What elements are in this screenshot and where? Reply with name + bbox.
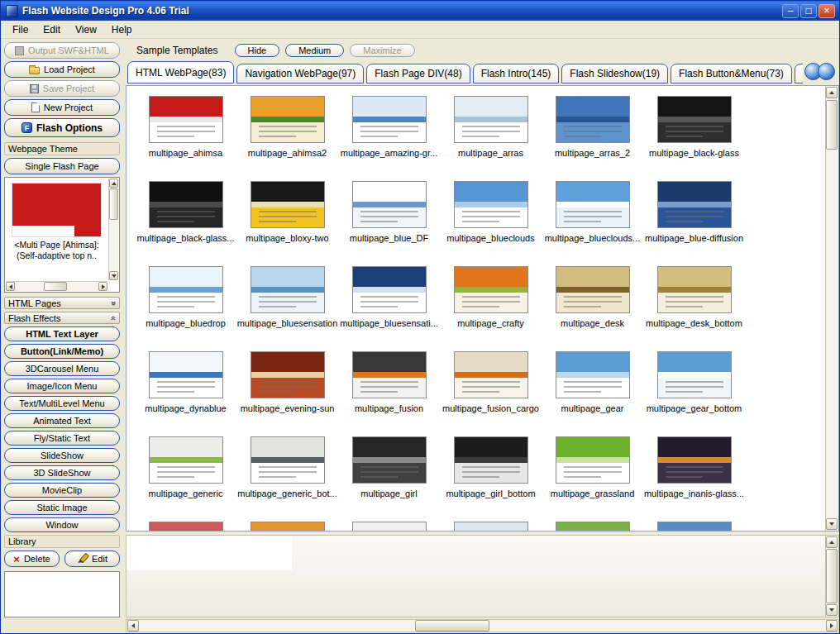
- template-item[interactable]: multipage_girl_bottom: [440, 427, 542, 512]
- template-item[interactable]: multipage_arras_2: [542, 86, 643, 171]
- scroll-down-arrow[interactable]: [826, 604, 838, 616]
- edit-button[interactable]: Edit: [64, 551, 120, 567]
- theme-preview-image[interactable]: [12, 183, 102, 237]
- template-item[interactable]: multipage_ahimsa2: [236, 86, 338, 171]
- template-item[interactable]: multipage_bluesensation: [236, 256, 338, 341]
- template-thumbnail[interactable]: [657, 351, 732, 398]
- template-thumbnail[interactable]: [556, 181, 630, 228]
- flash-options-button[interactable]: Flash Options: [4, 118, 120, 137]
- new-project-button[interactable]: New Project: [4, 99, 120, 116]
- canvas-horizontal-scrollbar[interactable]: [126, 619, 839, 632]
- template-item[interactable]: multipage_generic: [135, 427, 236, 512]
- medium-button[interactable]: Medium: [285, 44, 344, 57]
- scroll-up-arrow[interactable]: [109, 179, 118, 188]
- effect-button[interactable]: Fly/Static Text: [4, 431, 120, 446]
- scrollbar-thumb[interactable]: [415, 620, 489, 632]
- menu-item[interactable]: View: [68, 21, 104, 38]
- template-item-partial[interactable]: [643, 512, 745, 532]
- template-thumbnail[interactable]: [149, 436, 223, 484]
- template-item[interactable]: multipage_desk: [542, 256, 643, 341]
- effect-button[interactable]: MovieClip: [4, 483, 120, 498]
- template-item[interactable]: multipage_bloxy-two: [236, 171, 338, 256]
- scroll-left-arrow[interactable]: [6, 282, 15, 291]
- template-thumbnail[interactable]: [352, 181, 427, 228]
- scrollbar-thumb[interactable]: [109, 188, 118, 220]
- template-item[interactable]: multipage_blueclouds: [440, 171, 542, 256]
- template-item-partial[interactable]: [338, 512, 440, 532]
- template-tab[interactable]: Flash Slideshow(19): [561, 64, 668, 83]
- scroll-down-arrow[interactable]: [826, 518, 838, 530]
- theme-horizontal-scrollbar[interactable]: [6, 281, 107, 291]
- scroll-up-arrow[interactable]: [826, 536, 838, 548]
- output-swf-html-button[interactable]: Output SWF&HTML: [4, 42, 120, 59]
- template-thumbnail[interactable]: [251, 436, 325, 484]
- template-thumbnail[interactable]: [251, 351, 325, 398]
- template-thumbnail[interactable]: [454, 522, 528, 532]
- template-item-partial[interactable]: [440, 512, 542, 532]
- template-thumbnail[interactable]: [149, 266, 223, 313]
- template-item[interactable]: multipage_evening-sun: [236, 341, 338, 427]
- template-tab[interactable]: Flash Intro(145): [473, 64, 560, 83]
- template-thumbnail[interactable]: [657, 181, 732, 228]
- template-thumbnail[interactable]: [352, 266, 427, 313]
- template-thumbnail[interactable]: [454, 181, 528, 228]
- grid-vertical-scrollbar[interactable]: [825, 86, 838, 531]
- template-thumbnail[interactable]: [352, 96, 427, 143]
- template-tab[interactable]: Navigation WebPage(97): [236, 64, 364, 83]
- template-thumbnail[interactable]: [657, 436, 732, 484]
- delete-button[interactable]: × Delete: [4, 551, 60, 567]
- effect-button[interactable]: Window: [4, 517, 120, 532]
- template-item[interactable]: multipage_black-glass: [643, 86, 745, 171]
- scroll-right-arrow[interactable]: [98, 282, 107, 291]
- template-item[interactable]: multipage_blue-diffusion: [643, 171, 745, 256]
- template-item-partial[interactable]: [542, 512, 643, 532]
- effect-button[interactable]: Static Image: [4, 500, 120, 515]
- maximize-button[interactable]: □: [800, 4, 817, 18]
- effect-button[interactable]: SlideShow: [4, 448, 120, 463]
- close-button[interactable]: ×: [819, 4, 835, 18]
- load-project-button[interactable]: Load Project: [4, 61, 120, 78]
- template-thumbnail[interactable]: [454, 266, 528, 313]
- template-item[interactable]: multipage_dynablue: [135, 341, 236, 427]
- template-thumbnail[interactable]: [657, 522, 732, 532]
- maximize-view-button[interactable]: Maximize: [350, 44, 414, 57]
- template-tab[interactable]: Flash Banner(13: [795, 64, 803, 83]
- template-item[interactable]: multipage_amazing-gr...: [338, 86, 440, 171]
- template-thumbnail[interactable]: [149, 181, 223, 228]
- template-item[interactable]: multipage_arras: [440, 86, 542, 171]
- template-tab[interactable]: HTML WebPage(83): [127, 61, 234, 83]
- template-item[interactable]: multipage_blueclouds...: [542, 171, 643, 256]
- menu-item[interactable]: Edit: [36, 21, 68, 38]
- template-thumbnail[interactable]: [149, 96, 223, 143]
- template-tab[interactable]: Flash Page DIV(48): [366, 64, 470, 83]
- template-item[interactable]: multipage_blue_DF: [338, 171, 440, 256]
- effect-button[interactable]: Image/Icon Menu: [4, 379, 120, 393]
- template-item[interactable]: multipage_gear: [542, 341, 643, 427]
- template-thumbnail[interactable]: [251, 96, 325, 143]
- template-item[interactable]: multipage_fusion_cargo: [440, 341, 542, 427]
- effect-button[interactable]: Text/MultiLevel Menu: [4, 396, 120, 411]
- template-thumbnail[interactable]: [657, 266, 732, 313]
- minimize-button[interactable]: –: [782, 4, 799, 18]
- template-item[interactable]: multipage_black-glass...: [135, 171, 236, 256]
- template-item[interactable]: multipage_bluedrop: [135, 256, 236, 341]
- template-thumbnail[interactable]: [352, 351, 427, 398]
- scroll-up-arrow[interactable]: [826, 87, 838, 98]
- menu-item[interactable]: File: [5, 21, 36, 38]
- template-item[interactable]: multipage_crafty: [440, 256, 542, 341]
- template-thumbnail[interactable]: [556, 351, 630, 398]
- single-flash-page-button[interactable]: Single Flash Page: [4, 158, 120, 174]
- scrollbar-thumb[interactable]: [44, 282, 67, 291]
- template-thumbnail[interactable]: [454, 351, 528, 398]
- effect-button[interactable]: 3DCarousel Menu: [4, 361, 120, 376]
- effect-button[interactable]: Animated Text: [4, 413, 120, 428]
- tab-scroll-right-button[interactable]: [818, 63, 835, 80]
- template-thumbnail[interactable]: [352, 522, 427, 532]
- scrollbar-thumb[interactable]: [826, 549, 838, 603]
- effect-button[interactable]: HTML Text Layer: [4, 327, 120, 341]
- template-thumbnail[interactable]: [556, 96, 630, 143]
- template-item[interactable]: multipage_gear_bottom: [643, 341, 745, 427]
- template-thumbnail[interactable]: [149, 522, 223, 532]
- scroll-right-arrow[interactable]: [826, 620, 838, 632]
- scroll-left-arrow[interactable]: [127, 620, 139, 632]
